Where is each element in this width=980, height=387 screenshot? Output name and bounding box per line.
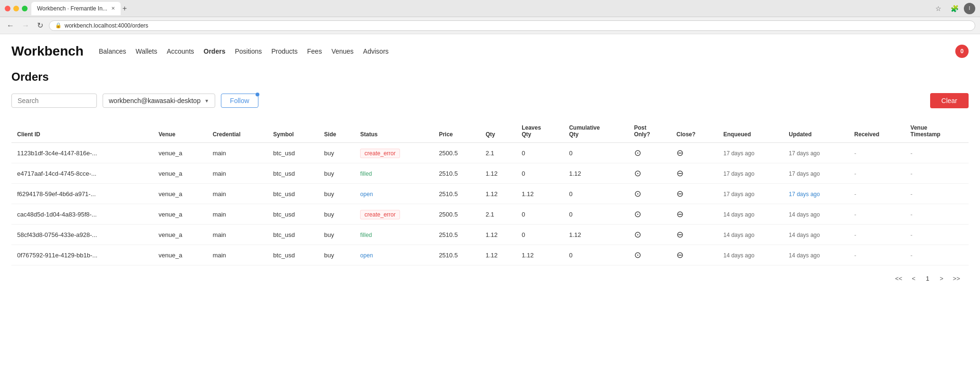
cell-venue-timestamp: - (905, 163, 969, 184)
cell-cumulative-qty: 0 (563, 143, 628, 163)
col-symbol: Symbol (267, 120, 318, 143)
cell-price: 2510.5 (433, 245, 480, 265)
top-navigation: Workbench Balances Wallets Accounts Orde… (11, 44, 969, 59)
cell-status: create_error (354, 143, 433, 163)
cell-updated: 17 days ago (783, 184, 849, 204)
cell-post-only: ⊙ (628, 204, 671, 225)
updated-link[interactable]: 17 days ago (789, 191, 820, 198)
cell-client-id: 58cf43d8-0756-433e-a928-... (11, 225, 153, 245)
cell-received: - (848, 184, 904, 204)
status-badge: open (360, 252, 373, 259)
nav-venues[interactable]: Venues (332, 47, 354, 55)
col-leaves-qty: LeavesQty (516, 120, 563, 143)
back-button[interactable]: ← (5, 20, 16, 31)
cell-credential: main (207, 225, 267, 245)
cell-leaves-qty: 1.12 (516, 245, 563, 265)
nav-balances[interactable]: Balances (99, 47, 126, 55)
browser-tab[interactable]: Workbench · Fremantle In... ✕ (31, 2, 121, 15)
cell-close: ⊖ (671, 143, 718, 163)
cell-credential: main (207, 245, 267, 265)
maximize-window-button[interactable] (22, 6, 28, 11)
account-selected-value: workbench@kawasaki-desktop (109, 97, 200, 104)
forward-button[interactable]: → (20, 20, 31, 31)
pagination-current-page: 1 (922, 273, 933, 284)
status-badge: create_error (360, 210, 400, 219)
nav-orders[interactable]: Orders (204, 47, 226, 55)
cell-close: ⊖ (671, 245, 718, 265)
cell-cumulative-qty: 0 (563, 184, 628, 204)
nav-positions[interactable]: Positions (235, 47, 262, 55)
pagination-last-button[interactable]: >> (950, 273, 963, 284)
cell-close: ⊖ (671, 184, 718, 204)
nav-fees[interactable]: Fees (307, 47, 322, 55)
cell-updated: 14 days ago (783, 204, 849, 225)
cell-enqueued: 17 days ago (718, 163, 783, 184)
cell-venue: venue_a (153, 204, 207, 225)
follow-button[interactable]: Follow (221, 94, 258, 108)
col-enqueued: Enqueued (718, 120, 783, 143)
search-input[interactable] (11, 94, 97, 108)
close-window-button[interactable] (5, 6, 10, 11)
cell-side: buy (318, 143, 354, 163)
page-title: Orders (11, 70, 969, 84)
url-display: workbench.localhost:4000/orders (65, 22, 148, 29)
cell-symbol: btc_usd (267, 225, 318, 245)
close-icon: ⊖ (676, 189, 684, 198)
cell-venue: venue_a (153, 184, 207, 204)
tab-close-button[interactable]: ✕ (111, 6, 115, 11)
bookmark-icon[interactable]: ☆ (932, 2, 945, 15)
close-icon: ⊖ (676, 148, 684, 158)
nav-advisors[interactable]: Advisors (363, 47, 389, 55)
cell-cumulative-qty: 0 (563, 245, 628, 265)
cell-post-only: ⊙ (628, 225, 671, 245)
pagination-first-button[interactable]: << (892, 273, 905, 284)
cell-qty: 2.1 (480, 204, 516, 225)
cell-side: buy (318, 163, 354, 184)
clear-button[interactable]: Clear (930, 93, 969, 108)
post-only-icon: ⊙ (634, 148, 641, 158)
cell-client-id: 0f767592-911e-4129-bb1b-... (11, 245, 153, 265)
col-updated: Updated (783, 120, 849, 143)
cell-close: ⊖ (671, 204, 718, 225)
table-header-row: Client ID Venue Credential Symbol Side S… (11, 120, 969, 143)
pagination-next-button[interactable]: > (937, 273, 946, 284)
cell-status: create_error (354, 204, 433, 225)
pagination-prev-button[interactable]: < (909, 273, 918, 284)
browser-action-buttons: ☆ 🧩 I (932, 2, 975, 15)
minimize-window-button[interactable] (13, 6, 19, 11)
cell-post-only: ⊙ (628, 143, 671, 163)
col-credential: Credential (207, 120, 267, 143)
table-body: 1123b1df-3c4e-4147-816e-... venue_a main… (11, 143, 969, 265)
address-bar[interactable]: 🔒 workbench.localhost:4000/orders (49, 20, 975, 31)
cell-venue-timestamp: - (905, 184, 969, 204)
updated-text: 17 days ago (789, 170, 820, 177)
cell-client-id: e4717aaf-14cd-4745-8cce-... (11, 163, 153, 184)
notification-badge[interactable]: 0 (955, 45, 969, 58)
cell-venue-timestamp: - (905, 245, 969, 265)
cell-side: buy (318, 204, 354, 225)
cell-leaves-qty: 0 (516, 225, 563, 245)
account-dropdown[interactable]: workbench@kawasaki-desktop ▼ (103, 94, 215, 108)
table-row: 1123b1df-3c4e-4147-816e-... venue_a main… (11, 143, 969, 163)
nav-wallets[interactable]: Wallets (136, 47, 157, 55)
reload-button[interactable]: ↻ (35, 20, 45, 31)
cell-qty: 2.1 (480, 143, 516, 163)
status-badge: open (360, 191, 373, 198)
nav-products[interactable]: Products (271, 47, 297, 55)
cell-symbol: btc_usd (267, 204, 318, 225)
app-title: Workbench (11, 44, 84, 59)
post-only-icon: ⊙ (634, 230, 641, 239)
status-badge: filled (360, 170, 372, 177)
new-tab-button[interactable]: + (123, 4, 127, 13)
table-row: cac48d5d-1d04-4a83-95f8-... venue_a main… (11, 204, 969, 225)
cell-price: 2510.5 (433, 184, 480, 204)
profile-avatar[interactable]: I (964, 3, 975, 14)
cell-enqueued: 17 days ago (718, 184, 783, 204)
cell-received: - (848, 163, 904, 184)
cell-price: 2510.5 (433, 163, 480, 184)
nav-accounts[interactable]: Accounts (167, 47, 194, 55)
table-row: f6294178-59ef-4b6d-a971-... venue_a main… (11, 184, 969, 204)
extensions-icon[interactable]: 🧩 (948, 2, 961, 15)
cell-qty: 1.12 (480, 184, 516, 204)
cell-symbol: btc_usd (267, 184, 318, 204)
